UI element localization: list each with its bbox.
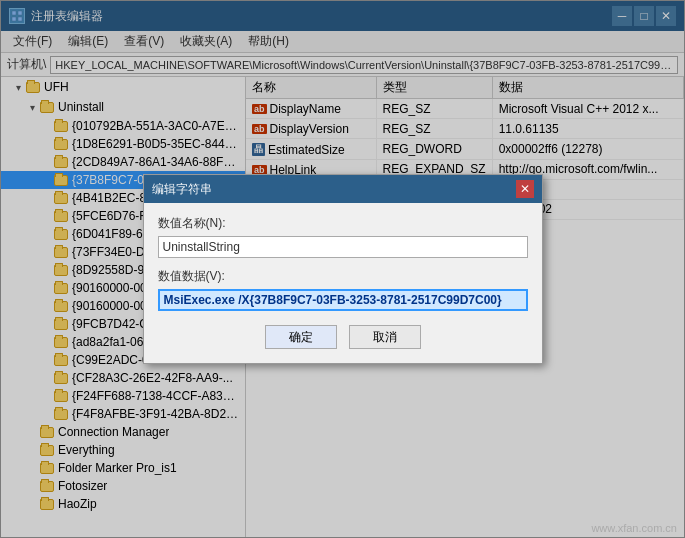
ok-button[interactable]: 确定: [265, 325, 337, 349]
dialog-close-button[interactable]: ✕: [516, 180, 534, 198]
data-input[interactable]: [158, 289, 528, 311]
dialog-title: 编辑字符串: [152, 181, 212, 198]
name-field-label: 数值名称(N):: [158, 215, 528, 232]
name-input[interactable]: [158, 236, 528, 258]
dialog-buttons: 确定 取消: [158, 321, 528, 351]
dialog-overlay: 编辑字符串 ✕ 数值名称(N): 数值数据(V): 确定 取消: [0, 0, 685, 538]
watermark: www.xfan.com.cn: [591, 522, 677, 534]
data-field-label: 数值数据(V):: [158, 268, 528, 285]
edit-string-dialog: 编辑字符串 ✕ 数值名称(N): 数值数据(V): 确定 取消: [143, 174, 543, 364]
cancel-button[interactable]: 取消: [349, 325, 421, 349]
dialog-title-bar: 编辑字符串 ✕: [144, 175, 542, 203]
dialog-body: 数值名称(N): 数值数据(V): 确定 取消: [144, 203, 542, 363]
